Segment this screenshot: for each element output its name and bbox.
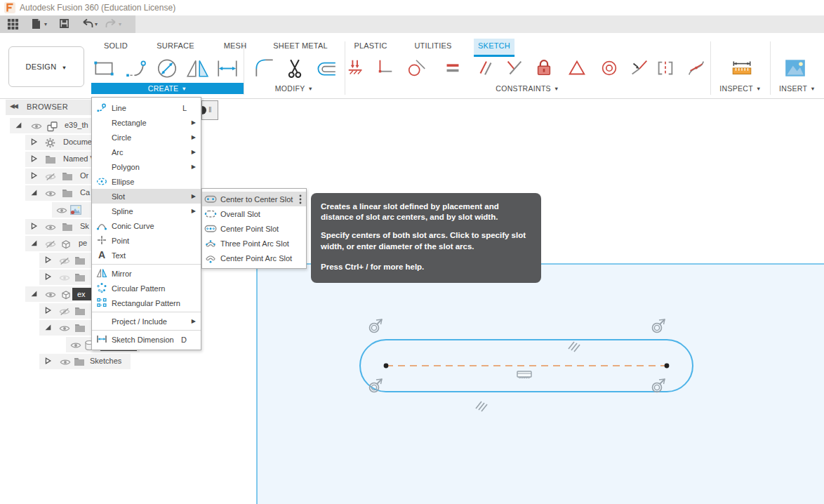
tab-surface[interactable]: SURFACE bbox=[152, 39, 198, 55]
tree-row-label[interactable]: pe bbox=[79, 239, 87, 247]
submenu-item-center-point-slot[interactable]: Center Point Slot bbox=[202, 221, 306, 236]
curvature-constraint-icon[interactable] bbox=[684, 56, 708, 80]
expand-toggle-icon[interactable] bbox=[29, 289, 38, 299]
menu-item-arc[interactable]: Arc▶ bbox=[92, 145, 201, 159]
tree-row-label[interactable]: Sketches bbox=[90, 357, 121, 365]
fix-lock-constraint-icon[interactable] bbox=[532, 56, 556, 80]
dimension-tool-icon[interactable] bbox=[215, 56, 239, 80]
group-dropdown-create[interactable]: CREATE▼ bbox=[91, 83, 244, 94]
circle-diameter-tool-icon[interactable] bbox=[155, 56, 179, 80]
tree-row-label[interactable]: Named V bbox=[63, 154, 95, 163]
fillet-tool-icon[interactable] bbox=[253, 56, 277, 80]
eye-hidden-icon[interactable] bbox=[45, 173, 56, 183]
tree-row-label[interactable]: e39_th bbox=[65, 121, 88, 129]
perpendicular-constraint-icon[interactable] bbox=[503, 56, 526, 80]
tab-sheet-metal[interactable]: SHEET METAL bbox=[269, 39, 332, 55]
menu-item-slot[interactable]: Slot▶ bbox=[92, 189, 201, 204]
menu-item-spline[interactable]: Spline▶ bbox=[92, 204, 201, 218]
group-dropdown-inspect[interactable]: INSPECT▼ bbox=[711, 83, 770, 94]
expand-toggle-icon[interactable] bbox=[44, 306, 52, 316]
vertical-horizontal-constraint-icon[interactable] bbox=[373, 56, 397, 80]
menu-item-circular-pattern[interactable]: Circular Pattern bbox=[92, 281, 201, 296]
expand-toggle-icon[interactable] bbox=[44, 323, 52, 333]
eye-visible-icon[interactable] bbox=[45, 291, 56, 300]
tree-row-label[interactable]: Or bbox=[80, 171, 88, 180]
undo-icon[interactable] bbox=[81, 18, 93, 30]
group-dropdown-constraints[interactable]: CONSTRAINTS▼ bbox=[345, 83, 710, 94]
expand-toggle-icon[interactable] bbox=[29, 171, 38, 181]
tab-utilities[interactable]: UTILITIES bbox=[410, 39, 456, 55]
arc-tool-icon[interactable] bbox=[124, 56, 148, 80]
menu-item-project-include[interactable]: Project / Include▶ bbox=[92, 314, 201, 329]
expand-toggle-icon[interactable] bbox=[29, 138, 38, 147]
concentric-constraint-icon[interactable] bbox=[597, 56, 621, 80]
collapse-panel-icon[interactable]: ◀◀ bbox=[10, 102, 17, 110]
symmetry-constraint-icon[interactable] bbox=[653, 56, 677, 80]
eye-visible-icon[interactable] bbox=[45, 223, 56, 233]
save-icon[interactable] bbox=[59, 18, 69, 30]
menu-item-conic-curve[interactable]: Conic Curve bbox=[92, 218, 201, 233]
chevron-down-icon[interactable]: ▾ bbox=[95, 21, 98, 27]
expand-toggle-icon[interactable] bbox=[29, 222, 38, 232]
menu-item-polygon[interactable]: Polygon▶ bbox=[92, 159, 201, 174]
insert-image-icon[interactable] bbox=[783, 56, 807, 80]
expand-toggle-icon[interactable] bbox=[29, 154, 38, 164]
eye-visible-icon[interactable] bbox=[31, 122, 42, 132]
kebab-menu-icon[interactable] bbox=[299, 194, 302, 206]
eye-visible-icon[interactable] bbox=[45, 190, 56, 199]
menu-item-point[interactable]: Point bbox=[92, 233, 201, 248]
menu-item-rectangular-pattern[interactable]: Rectangular Pattern bbox=[92, 296, 201, 310]
menu-item-mirror[interactable]: Mirror bbox=[92, 266, 201, 281]
tree-row-label[interactable]: Ca bbox=[80, 188, 90, 197]
eye-visible-icon[interactable] bbox=[70, 341, 81, 351]
tangent-constraint-icon[interactable] bbox=[405, 56, 429, 80]
eye-hidden-icon[interactable] bbox=[59, 257, 70, 267]
menu-item-ellipse[interactable]: Ellipse bbox=[92, 174, 201, 189]
tree-row[interactable]: Sketches bbox=[0, 354, 256, 369]
menu-item-line[interactable]: LineL bbox=[92, 100, 201, 115]
submenu-item-center-point-arc-slot[interactable]: Center Point Arc Slot bbox=[202, 251, 306, 265]
group-dropdown-insert[interactable]: INSERT▼ bbox=[771, 83, 824, 94]
obscured-widget[interactable]: ‖ bbox=[201, 100, 218, 120]
redo-icon[interactable] bbox=[105, 18, 117, 30]
chevron-down-icon[interactable]: ▾ bbox=[119, 21, 121, 27]
canvas-viewport[interactable] bbox=[256, 263, 824, 504]
menu-item-circle[interactable]: Circle▶ bbox=[92, 130, 201, 145]
parallel-constraint-icon[interactable] bbox=[474, 56, 498, 80]
tab-sketch[interactable]: SKETCH bbox=[474, 39, 514, 57]
submenu-item-center-to-center-slot[interactable]: Center to Center Slot bbox=[202, 192, 306, 206]
expand-toggle-icon[interactable] bbox=[29, 188, 38, 198]
eye-hidden-icon[interactable] bbox=[45, 240, 56, 250]
group-dropdown-modify[interactable]: MODIFY▼ bbox=[244, 83, 345, 94]
expand-toggle-icon[interactable] bbox=[44, 272, 52, 282]
tab-plastic[interactable]: PLASTIC bbox=[350, 39, 391, 55]
expand-toggle-icon[interactable] bbox=[29, 239, 38, 248]
eye-visible-icon[interactable] bbox=[60, 358, 71, 368]
menu-item-text[interactable]: AText bbox=[92, 248, 201, 263]
tree-row-label[interactable]: Docume bbox=[63, 138, 92, 146]
submenu-item-three-point-arc-slot[interactable]: Three Point Arc Slot bbox=[202, 236, 306, 251]
tab-mesh[interactable]: MESH bbox=[220, 39, 251, 55]
eye-faded-icon[interactable] bbox=[59, 274, 70, 284]
coincident-constraint-icon[interactable] bbox=[345, 56, 368, 80]
expand-toggle-icon[interactable] bbox=[44, 357, 52, 366]
menu-item-sketch-dimension[interactable]: Sketch DimensionD bbox=[92, 332, 201, 347]
submenu-item-overall-slot[interactable]: Overall Slot bbox=[202, 206, 306, 221]
collinear-constraint-icon[interactable] bbox=[627, 56, 651, 80]
equal-constraint-icon[interactable] bbox=[441, 56, 465, 80]
eye-visible-icon[interactable] bbox=[56, 206, 67, 216]
offset-tool-icon[interactable] bbox=[314, 56, 338, 80]
file-new-icon[interactable] bbox=[31, 18, 41, 31]
menu-item-rectangle[interactable]: Rectangle▶ bbox=[92, 115, 201, 130]
measure-icon[interactable] bbox=[730, 56, 754, 80]
chevron-down-icon[interactable]: ▾ bbox=[44, 21, 47, 27]
eye-visible-icon[interactable] bbox=[59, 324, 70, 334]
trim-tool-icon[interactable] bbox=[283, 56, 307, 80]
eye-hidden-icon[interactable] bbox=[59, 307, 70, 317]
expand-toggle-icon[interactable] bbox=[14, 121, 22, 131]
app-grid-icon[interactable] bbox=[7, 18, 19, 32]
rectangle-tool-icon[interactable] bbox=[92, 56, 116, 80]
mirror-tool-icon[interactable] bbox=[185, 56, 209, 80]
design-dropdown[interactable]: DESIGN ▼ bbox=[8, 46, 84, 87]
tab-solid[interactable]: SOLID bbox=[100, 39, 132, 55]
